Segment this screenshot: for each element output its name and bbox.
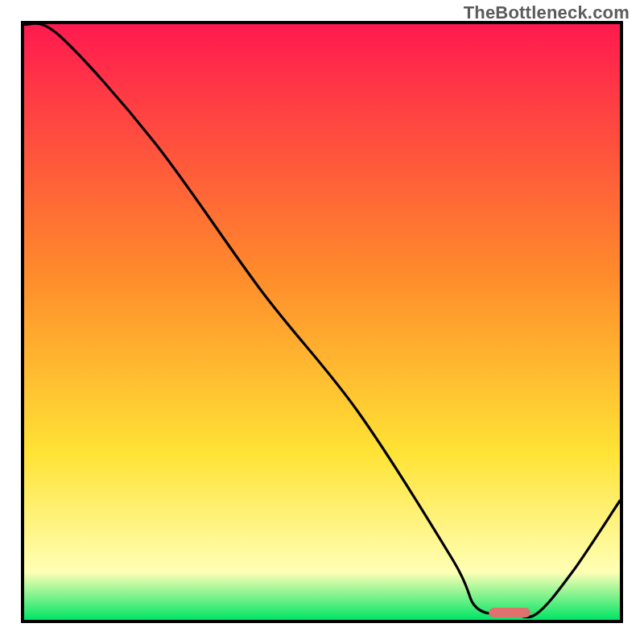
marker-layer [24, 24, 620, 620]
watermark-text: TheBottleneck.com [464, 2, 630, 23]
optimal-range-marker [489, 608, 530, 617]
chart-stage: TheBottleneck.com [0, 0, 644, 644]
plot-frame [21, 21, 623, 623]
